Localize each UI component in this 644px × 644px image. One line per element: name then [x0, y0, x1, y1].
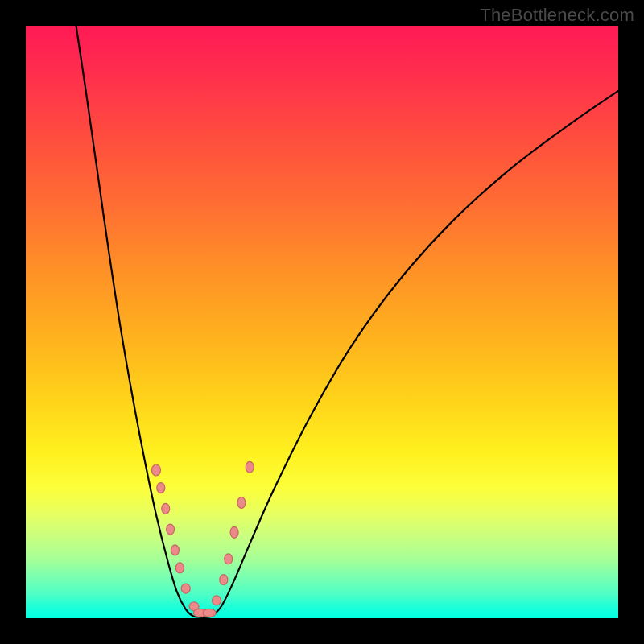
- data-point-marker: [230, 526, 238, 538]
- data-point-marker: [171, 545, 179, 555]
- data-point-marker: [203, 609, 216, 617]
- data-point-marker: [167, 524, 175, 535]
- data-point-marker: [151, 464, 160, 476]
- bottleneck-curve-svg: [26, 26, 618, 618]
- data-point-marker: [181, 584, 190, 593]
- data-point-marker: [246, 461, 254, 473]
- curve-group: [76, 26, 618, 617]
- data-point-marker: [162, 503, 170, 514]
- data-point-marker: [175, 563, 184, 573]
- data-point-marker: [237, 497, 246, 508]
- data-point-marker: [225, 554, 233, 564]
- outer-black-frame: TheBottleneck.com: [0, 0, 644, 644]
- bottleneck-curve: [76, 26, 618, 617]
- data-point-marker: [157, 483, 165, 493]
- data-point-marker: [220, 575, 228, 585]
- marker-group: [151, 461, 254, 617]
- data-point-marker: [212, 596, 221, 605]
- watermark-text: TheBottleneck.com: [480, 5, 634, 26]
- plot-area: [26, 26, 618, 618]
